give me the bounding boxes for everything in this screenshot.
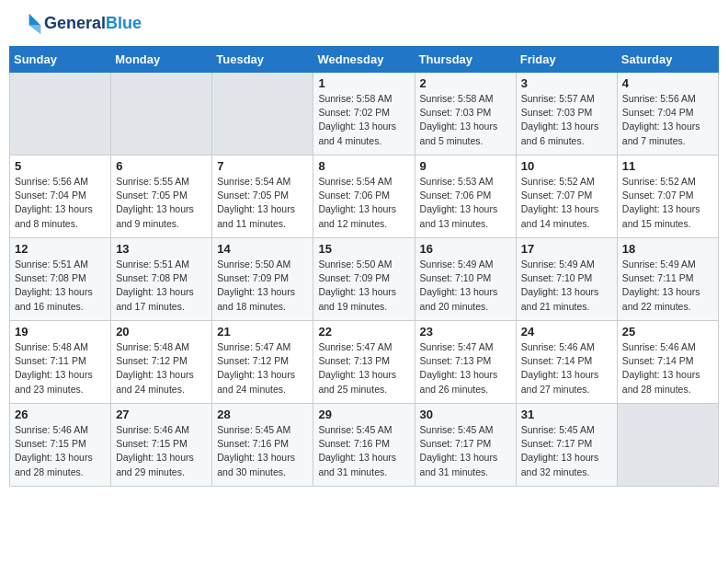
day-number: 11 — [622, 159, 713, 173]
day-info: Sunrise: 5:49 AM Sunset: 7:11 PM Dayligh… — [622, 258, 713, 314]
day-info: Sunrise: 5:47 AM Sunset: 7:13 PM Dayligh… — [318, 340, 409, 396]
day-info: Sunrise: 5:45 AM Sunset: 7:16 PM Dayligh… — [217, 423, 308, 479]
day-info: Sunrise: 5:48 AM Sunset: 7:11 PM Dayligh… — [15, 340, 106, 396]
calendar-cell: 24Sunrise: 5:46 AM Sunset: 7:14 PM Dayli… — [516, 321, 617, 404]
day-info: Sunrise: 5:45 AM Sunset: 7:16 PM Dayligh… — [318, 423, 409, 479]
day-number: 10 — [521, 159, 612, 173]
day-number: 16 — [420, 242, 511, 256]
day-number: 30 — [420, 408, 511, 421]
day-number: 19 — [15, 325, 106, 339]
day-info: Sunrise: 5:56 AM Sunset: 7:04 PM Dayligh… — [15, 175, 106, 231]
calendar-cell: 26Sunrise: 5:46 AM Sunset: 7:15 PM Dayli… — [10, 404, 111, 487]
day-info: Sunrise: 5:47 AM Sunset: 7:12 PM Dayligh… — [217, 340, 308, 396]
calendar-cell — [212, 73, 313, 155]
logo-icon — [13, 9, 42, 39]
day-info: Sunrise: 5:46 AM Sunset: 7:14 PM Dayligh… — [622, 340, 713, 396]
calendar-cell: 5Sunrise: 5:56 AM Sunset: 7:04 PM Daylig… — [10, 155, 111, 238]
calendar-cell: 3Sunrise: 5:57 AM Sunset: 7:03 PM Daylig… — [516, 73, 617, 155]
calendar-week-1: 1Sunrise: 5:58 AM Sunset: 7:02 PM Daylig… — [10, 73, 719, 155]
day-number: 18 — [622, 242, 713, 256]
calendar-cell: 9Sunrise: 5:53 AM Sunset: 7:06 PM Daylig… — [415, 155, 516, 238]
day-number: 6 — [116, 159, 207, 173]
day-number: 1 — [318, 76, 409, 90]
calendar-cell: 16Sunrise: 5:49 AM Sunset: 7:10 PM Dayli… — [415, 238, 516, 321]
day-number: 21 — [217, 325, 308, 339]
calendar-cell: 4Sunrise: 5:56 AM Sunset: 7:04 PM Daylig… — [617, 73, 718, 155]
calendar-cell: 22Sunrise: 5:47 AM Sunset: 7:13 PM Dayli… — [313, 321, 415, 404]
calendar-cell: 17Sunrise: 5:49 AM Sunset: 7:10 PM Dayli… — [516, 238, 617, 321]
calendar-cell: 15Sunrise: 5:50 AM Sunset: 7:09 PM Dayli… — [313, 238, 415, 321]
day-info: Sunrise: 5:57 AM Sunset: 7:03 PM Dayligh… — [521, 92, 612, 148]
day-number: 15 — [318, 242, 409, 256]
calendar-cell: 8Sunrise: 5:54 AM Sunset: 7:06 PM Daylig… — [313, 155, 415, 238]
calendar-cell: 2Sunrise: 5:58 AM Sunset: 7:03 PM Daylig… — [415, 73, 516, 155]
day-info: Sunrise: 5:48 AM Sunset: 7:12 PM Dayligh… — [116, 340, 207, 396]
day-number: 9 — [420, 159, 511, 173]
col-header-sunday: Sunday — [10, 47, 111, 73]
day-info: Sunrise: 5:54 AM Sunset: 7:06 PM Dayligh… — [318, 175, 409, 231]
day-number: 27 — [116, 408, 207, 421]
day-number: 4 — [622, 76, 713, 90]
day-number: 29 — [318, 408, 409, 421]
calendar-cell — [10, 73, 111, 155]
page-header: GeneralBlue — [9, 9, 719, 39]
day-info: Sunrise: 5:50 AM Sunset: 7:09 PM Dayligh… — [217, 258, 308, 314]
day-info: Sunrise: 5:53 AM Sunset: 7:06 PM Dayligh… — [420, 175, 511, 231]
day-info: Sunrise: 5:55 AM Sunset: 7:05 PM Dayligh… — [116, 175, 207, 231]
col-header-wednesday: Wednesday — [313, 47, 415, 73]
day-number: 25 — [622, 325, 713, 339]
svg-marker-1 — [29, 26, 41, 35]
day-number: 23 — [420, 325, 511, 339]
col-header-thursday: Thursday — [415, 47, 516, 73]
calendar-cell: 25Sunrise: 5:46 AM Sunset: 7:14 PM Dayli… — [617, 321, 718, 404]
day-info: Sunrise: 5:45 AM Sunset: 7:17 PM Dayligh… — [521, 423, 612, 479]
calendar-cell: 20Sunrise: 5:48 AM Sunset: 7:12 PM Dayli… — [111, 321, 212, 404]
day-info: Sunrise: 5:46 AM Sunset: 7:14 PM Dayligh… — [521, 340, 612, 396]
day-number: 3 — [521, 76, 612, 90]
col-header-friday: Friday — [516, 47, 617, 73]
calendar-cell: 21Sunrise: 5:47 AM Sunset: 7:12 PM Dayli… — [212, 321, 313, 404]
col-header-tuesday: Tuesday — [212, 47, 313, 73]
calendar-cell: 30Sunrise: 5:45 AM Sunset: 7:17 PM Dayli… — [415, 404, 516, 487]
col-header-monday: Monday — [111, 47, 212, 73]
day-number: 2 — [420, 76, 511, 90]
day-number: 7 — [217, 159, 308, 173]
calendar-cell: 6Sunrise: 5:55 AM Sunset: 7:05 PM Daylig… — [111, 155, 212, 238]
calendar-cell: 29Sunrise: 5:45 AM Sunset: 7:16 PM Dayli… — [313, 404, 415, 487]
day-info: Sunrise: 5:52 AM Sunset: 7:07 PM Dayligh… — [622, 175, 713, 231]
day-info: Sunrise: 5:51 AM Sunset: 7:08 PM Dayligh… — [116, 258, 207, 314]
day-info: Sunrise: 5:46 AM Sunset: 7:15 PM Dayligh… — [15, 423, 106, 479]
calendar-cell: 13Sunrise: 5:51 AM Sunset: 7:08 PM Dayli… — [111, 238, 212, 321]
col-header-saturday: Saturday — [617, 47, 718, 73]
day-number: 14 — [217, 242, 308, 256]
calendar-cell: 19Sunrise: 5:48 AM Sunset: 7:11 PM Dayli… — [10, 321, 111, 404]
calendar-week-2: 5Sunrise: 5:56 AM Sunset: 7:04 PM Daylig… — [10, 155, 719, 238]
day-number: 5 — [15, 159, 106, 173]
day-number: 8 — [318, 159, 409, 173]
calendar-table: SundayMondayTuesdayWednesdayThursdayFrid… — [9, 46, 719, 487]
day-info: Sunrise: 5:49 AM Sunset: 7:10 PM Dayligh… — [420, 258, 511, 314]
day-number: 13 — [116, 242, 207, 256]
calendar-cell: 1Sunrise: 5:58 AM Sunset: 7:02 PM Daylig… — [313, 73, 415, 155]
day-info: Sunrise: 5:50 AM Sunset: 7:09 PM Dayligh… — [318, 258, 409, 314]
calendar-cell: 23Sunrise: 5:47 AM Sunset: 7:13 PM Dayli… — [415, 321, 516, 404]
calendar-cell — [617, 404, 718, 487]
calendar-cell — [111, 73, 212, 155]
calendar-week-4: 19Sunrise: 5:48 AM Sunset: 7:11 PM Dayli… — [10, 321, 719, 404]
day-number: 26 — [15, 408, 106, 421]
day-number: 20 — [116, 325, 207, 339]
day-number: 22 — [318, 325, 409, 339]
day-info: Sunrise: 5:49 AM Sunset: 7:10 PM Dayligh… — [521, 258, 612, 314]
day-info: Sunrise: 5:45 AM Sunset: 7:17 PM Dayligh… — [420, 423, 511, 479]
day-info: Sunrise: 5:51 AM Sunset: 7:08 PM Dayligh… — [15, 258, 106, 314]
day-info: Sunrise: 5:52 AM Sunset: 7:07 PM Dayligh… — [521, 175, 612, 231]
day-info: Sunrise: 5:58 AM Sunset: 7:03 PM Dayligh… — [420, 92, 511, 148]
day-number: 31 — [521, 408, 612, 421]
logo: GeneralBlue — [13, 9, 142, 39]
calendar-cell: 10Sunrise: 5:52 AM Sunset: 7:07 PM Dayli… — [516, 155, 617, 238]
calendar-cell: 11Sunrise: 5:52 AM Sunset: 7:07 PM Dayli… — [617, 155, 718, 238]
svg-marker-0 — [29, 14, 41, 26]
day-number: 28 — [217, 408, 308, 421]
calendar-cell: 31Sunrise: 5:45 AM Sunset: 7:17 PM Dayli… — [516, 404, 617, 487]
calendar-cell: 12Sunrise: 5:51 AM Sunset: 7:08 PM Dayli… — [10, 238, 111, 321]
